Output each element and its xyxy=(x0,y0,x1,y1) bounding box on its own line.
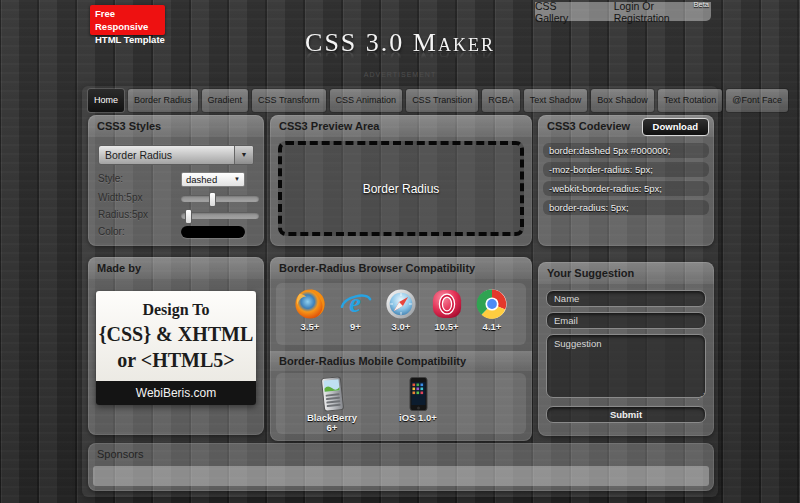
tab-border-radius[interactable]: Border Radius xyxy=(128,89,198,112)
width-label: Width:5px xyxy=(98,192,142,203)
compatibility-panel: Border-Radius Browser Compatibility 3.5+… xyxy=(270,257,532,441)
top-nav: CSS Gallery Login Or Registration Beta xyxy=(535,2,711,21)
opera-item: 10.5+ xyxy=(425,283,469,345)
ad-card-body: Design To {CSS} & XHTML or <HTML5> xyxy=(96,291,256,381)
email-field[interactable] xyxy=(546,312,706,329)
code-line: -webkit-border-radius: 5px; xyxy=(543,181,709,196)
tab-rgba[interactable]: RGBA xyxy=(482,89,520,112)
color-picker[interactable] xyxy=(181,226,245,238)
chevron-down-icon: ▼ xyxy=(234,173,240,186)
svg-text:e: e xyxy=(349,289,361,318)
browser-compat-list: 3.5+ e 9+ xyxy=(276,283,526,345)
radius-slider-handle[interactable] xyxy=(185,209,192,224)
css-gallery-link[interactable]: CSS Gallery xyxy=(535,0,592,24)
css3-styles-title: CSS3 Styles xyxy=(88,115,264,137)
color-row: Color: xyxy=(98,225,254,241)
radius-row: Radius:5px xyxy=(98,208,254,224)
ad-line: or <HTML5> xyxy=(96,347,256,373)
css3-styles-panel: CSS3 Styles Border Radius ▼ Style: ▼ das… xyxy=(88,115,264,246)
sponsors-title: Sponsors xyxy=(88,443,714,465)
tab-css-animation[interactable]: CSS Animation xyxy=(330,89,403,112)
css3-codeview-panel: CSS3 Codeview Download border:dashed 5px… xyxy=(538,115,714,246)
iphone-icon xyxy=(409,377,428,411)
chevron-down-icon: ▼ xyxy=(234,146,253,164)
submit-button[interactable]: Submit xyxy=(546,406,706,423)
firefox-item: 3.5+ xyxy=(288,283,332,345)
advertisement-label: ADVERTISEMENT xyxy=(0,71,800,78)
mobile-compat-list: BlackBerry 6+ iOS 1.0+ xyxy=(276,373,526,434)
color-label: Color: xyxy=(98,226,125,237)
firefox-version: 3.5+ xyxy=(301,322,320,332)
safari-item: 3.0+ xyxy=(379,283,423,345)
suggestion-panel: Your Suggestion Suggestion ⋰ Submit xyxy=(538,262,714,436)
code-lines: border:dashed 5px #000000; -moz-border-r… xyxy=(543,143,709,219)
preset-select[interactable]: Border Radius ▼ xyxy=(98,145,254,165)
tab-gradient[interactable]: Gradient xyxy=(202,89,249,112)
tab-font-face[interactable]: @Font Face xyxy=(726,89,788,112)
code-line: border-radius: 5px; xyxy=(543,200,709,215)
ios-version: iOS 1.0+ xyxy=(399,413,437,423)
ad-line: Design To xyxy=(96,299,256,321)
sponsors-panel: Sponsors xyxy=(88,443,714,491)
mobile-compat-title: Border-Radius Mobile Compatibility xyxy=(270,351,532,371)
name-field[interactable] xyxy=(546,290,706,307)
resize-grip-icon[interactable]: ⋰ xyxy=(697,392,704,401)
ad-line: {CSS} & XHTML xyxy=(96,321,256,347)
internet-explorer-icon: e xyxy=(340,288,372,320)
blackberry-icon xyxy=(320,376,344,412)
style-select[interactable]: ▼ dashed xyxy=(181,172,245,187)
suggestion-field[interactable]: Suggestion xyxy=(546,334,706,398)
css3-codeview-title: CSS3 Codeview xyxy=(547,120,630,132)
opera-version: 10.5+ xyxy=(434,322,458,332)
webiberis-footer: WebiBeris.com xyxy=(96,381,256,405)
width-slider-handle[interactable] xyxy=(209,192,216,207)
style-label: Style: xyxy=(98,173,123,184)
webiberis-ad-link[interactable]: Design To {CSS} & XHTML or <HTML5> WebiB… xyxy=(96,291,256,405)
preview-box: Border Radius xyxy=(278,141,524,236)
chrome-icon xyxy=(476,288,508,320)
main-tab-bar: Home Border Radius Gradient CSS Transfor… xyxy=(88,89,788,112)
ios-item: iOS 1.0+ xyxy=(388,377,448,434)
tab-home[interactable]: Home xyxy=(88,89,124,112)
css3-maker-page: Free Responsive HTML Template CSS Galler… xyxy=(0,0,800,503)
safari-icon xyxy=(385,288,417,320)
code-line: border:dashed 5px #000000; xyxy=(543,143,709,158)
radius-label: Radius:5px xyxy=(98,209,148,220)
suggestion-title: Your Suggestion xyxy=(538,262,714,284)
chrome-version: 4.1+ xyxy=(483,322,502,332)
browser-compat-title: Border-Radius Browser Compatibility xyxy=(270,257,532,279)
tab-text-rotation[interactable]: Text Rotation xyxy=(658,89,723,112)
sponsors-placeholder xyxy=(93,466,709,486)
radius-slider[interactable] xyxy=(181,212,259,219)
preset-select-value: Border Radius xyxy=(105,149,172,161)
made-by-panel: Made by Design To {CSS} & XHTML or <HTML… xyxy=(88,257,264,435)
ie-item: e 9+ xyxy=(334,283,378,345)
made-by-title: Made by xyxy=(88,257,264,279)
tab-css-transform[interactable]: CSS Transform xyxy=(252,89,326,112)
tab-css-transition[interactable]: CSS Transition xyxy=(406,89,478,112)
preview-text: Border Radius xyxy=(363,182,440,196)
blackberry-item: BlackBerry 6+ xyxy=(302,377,362,434)
chrome-item: 4.1+ xyxy=(470,283,514,345)
tab-text-shadow[interactable]: Text Shadow xyxy=(524,89,588,112)
opera-icon xyxy=(431,288,463,320)
safari-version: 3.0+ xyxy=(392,322,411,332)
ie-version: 9+ xyxy=(350,322,361,332)
blackberry-version: BlackBerry 6+ xyxy=(302,413,362,433)
beta-label: Beta xyxy=(694,0,709,9)
css3-preview-title: CSS3 Preview Area xyxy=(270,115,532,137)
width-row: Width:5px xyxy=(98,191,254,207)
width-slider[interactable] xyxy=(181,195,259,202)
style-select-value: dashed xyxy=(186,174,217,185)
download-button[interactable]: Download xyxy=(642,118,709,136)
style-row: Style: ▼ dashed xyxy=(98,172,254,188)
css3-preview-panel: CSS3 Preview Area Border Radius xyxy=(270,115,532,246)
site-title: CSS 3.0 Maker xyxy=(0,28,800,58)
tab-box-shadow[interactable]: Box Shadow xyxy=(591,89,654,112)
code-line: -moz-border-radius: 5px; xyxy=(543,162,709,177)
firefox-icon xyxy=(294,288,326,320)
css3-codeview-header: CSS3 Codeview Download xyxy=(538,115,714,137)
